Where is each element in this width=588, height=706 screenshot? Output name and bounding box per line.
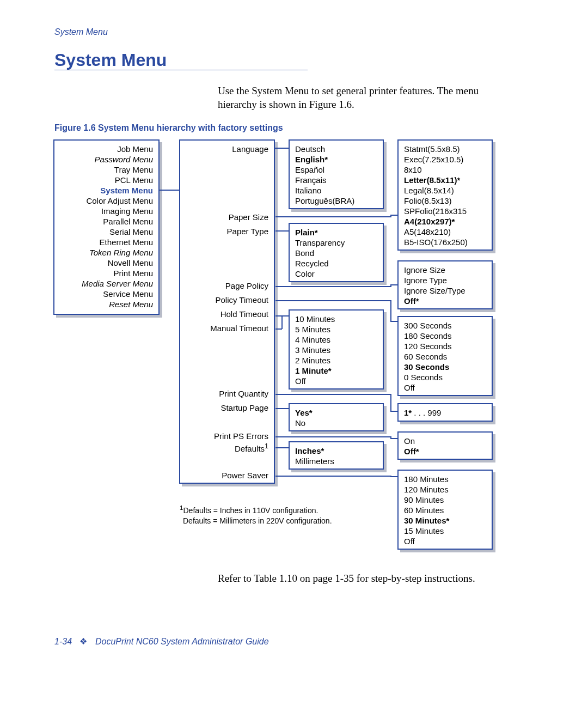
option-item: 4 Minutes (295, 334, 377, 345)
option-item: Français (295, 175, 377, 185)
option-item: Español (295, 165, 377, 175)
option-item: Deutsch (295, 144, 377, 154)
main-menu-item: Serial Menu (60, 227, 153, 237)
option-item: Off (404, 382, 486, 393)
main-menu-item: Job Menu (60, 144, 153, 154)
option-item: 1 Minute* (295, 366, 377, 376)
option-item: 5 Minutes (295, 324, 377, 334)
option-item: Inches* (295, 446, 377, 456)
sub-power-saver: Power Saver (222, 470, 268, 480)
option-item: Off* (404, 446, 486, 457)
policy-timeout-options-box: 300 Seconds180 Seconds120 Seconds60 Seco… (397, 316, 493, 396)
main-menu-item: Service Menu (60, 289, 153, 299)
option-item: 30 Minutes* (404, 515, 486, 526)
option-item: English* (295, 154, 377, 165)
figure-caption: Figure 1.6 System Menu hierarchy with fa… (54, 123, 283, 133)
sub-print-quantity: Print Quantity (219, 388, 268, 399)
option-item: Millimeters (295, 456, 377, 466)
main-menu-item: Ethernet Menu (60, 237, 153, 247)
sub-policy-timeout: Policy Timeout (215, 295, 268, 305)
option-item: Color (295, 269, 377, 279)
sub-manual-timeout: Manual Timeout (210, 323, 268, 333)
main-menu-item: Reset Menu (60, 299, 153, 309)
option-item: Ignore Size (404, 265, 486, 275)
diamond-icon: ❖ (79, 637, 87, 646)
footnote: 1Defaults = Inches in 110V configuration… (180, 502, 332, 526)
option-item: Off (404, 536, 486, 546)
sub-hold-timeout: Hold Timeout (220, 309, 268, 319)
submenu-box: Language Paper Size Paper Type Page Poli… (179, 139, 275, 484)
main-menu-item: Token Ring Menu (60, 247, 153, 258)
option-item: 180 Seconds (404, 331, 486, 341)
paper-type-options-box: Plain*TransparencyBondRecycledColor (289, 223, 384, 282)
main-menu-item: Novell Menu (60, 258, 153, 268)
option-item: On (404, 436, 486, 446)
option-item: 300 Seconds (404, 320, 486, 331)
main-menu-box: Job MenuPassword MenuTray MenuPCL MenuSy… (53, 139, 160, 315)
option-item: 90 Minutes (404, 495, 486, 505)
page-title: System Menu (54, 50, 167, 70)
main-menu-item: Tray Menu (60, 165, 153, 175)
intro-text: Use the System Menu to set general print… (218, 84, 520, 111)
option-item: No (295, 418, 377, 428)
page-policy-options-box: Ignore SizeIgnore TypeIgnore Size/TypeOf… (397, 260, 493, 309)
sub-page-policy: Page Policy (225, 281, 268, 291)
sub-defaults: Defaults1 (235, 441, 268, 454)
outro-text: Refer to Table 1.10 on page 1-35 for ste… (218, 572, 520, 586)
main-menu-item: Color Adjust Menu (60, 196, 153, 206)
option-item: Letter(8.5x11)* (404, 175, 486, 185)
option-item: Ignore Size/Type (404, 285, 486, 296)
option-item: Bond (295, 248, 377, 258)
option-item: B5-ISO(176x250) (404, 237, 486, 247)
sub-language: Language (232, 144, 268, 154)
option-item: Folio(8.5x13) (404, 196, 486, 206)
main-menu-item: Imaging Menu (60, 206, 153, 216)
hold-timeout-options-box: 10 Minutes5 Minutes4 Minutes3 Minutes2 M… (289, 309, 384, 389)
main-menu-item: Password Menu (60, 154, 153, 165)
option-item: 120 Seconds (404, 341, 486, 351)
sub-paper-type: Paper Type (227, 226, 268, 236)
option-item: Yes* (295, 407, 377, 418)
option-item: 180 Minutes (404, 474, 486, 484)
option-item: Ignore Type (404, 275, 486, 285)
option-item: 10 Minutes (295, 314, 377, 324)
option-item: Statmt(5.5x8.5) (404, 144, 486, 154)
option-item: 2 Minutes (295, 355, 377, 366)
option-item: Transparency (295, 238, 377, 248)
option-item: Italiano (295, 185, 377, 196)
option-item: SPFolio(216x315 (404, 206, 486, 216)
main-menu-item: Parallel Menu (60, 216, 153, 227)
option-item: Português(BRA) (295, 196, 377, 206)
option-item: 15 Minutes (404, 526, 486, 536)
sub-print-ps-errors: Print PS Errors (214, 431, 268, 441)
option-item: A4(210x297)* (404, 216, 486, 227)
option-item: 60 Seconds (404, 351, 486, 362)
option-item: 3 Minutes (295, 345, 377, 355)
main-menu-item: PCL Menu (60, 175, 153, 185)
print-quantity-options-box: 1* . . . 999 (397, 403, 493, 422)
startup-page-options-box: Yes*No (289, 403, 384, 431)
language-options-box: DeutschEnglish*EspañolFrançaisItalianoPo… (289, 139, 384, 209)
title-rule (54, 70, 308, 70)
paper-size-options-box: Statmt(5.5x8.5)Exec(7.25x10.5)8x10Letter… (397, 139, 493, 251)
sub-startup-page: Startup Page (220, 403, 268, 413)
option-item: Off* (404, 296, 486, 306)
option-item: 1* . . . 999 (404, 407, 486, 418)
sub-paper-size: Paper Size (229, 212, 268, 222)
option-item: A5(148x210) (404, 227, 486, 237)
option-item: 30 Seconds (404, 362, 486, 372)
main-menu-item: Print Menu (60, 268, 153, 278)
option-item: Plain* (295, 227, 377, 238)
option-item: Legal(8.5x14) (404, 185, 486, 196)
ps-errors-options-box: OnOff* (397, 431, 493, 460)
option-item: 8x10 (404, 165, 486, 175)
running-header: System Menu (54, 27, 108, 37)
power-saver-options-box: 180 Minutes120 Minutes90 Minutes60 Minut… (397, 470, 493, 550)
main-menu-item: Media Server Menu (60, 278, 153, 289)
option-item: Exec(7.25x10.5) (404, 154, 486, 165)
page-footer: 1-34 ❖ DocuPrint NC60 System Administrat… (54, 636, 269, 647)
option-item: 0 Seconds (404, 372, 486, 382)
option-item: 120 Minutes (404, 484, 486, 495)
option-item: Recycled (295, 258, 377, 269)
option-item: Off (295, 376, 377, 386)
